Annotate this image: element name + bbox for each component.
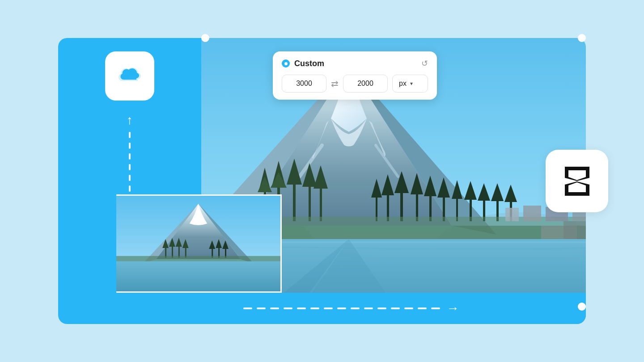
cloud-upload-icon: [114, 60, 145, 92]
svg-rect-13: [293, 183, 296, 221]
svg-rect-61: [178, 246, 180, 258]
unit-selector[interactable]: px ▾: [392, 75, 428, 93]
corner-dot-top-left: [201, 34, 209, 42]
cloud-upload-icon-box[interactable]: [105, 51, 154, 101]
svg-rect-72: [116, 261, 280, 291]
svg-rect-59: [172, 246, 173, 258]
reset-icon[interactable]: ↺: [421, 59, 428, 68]
svg-rect-52: [564, 221, 586, 239]
chevron-down-icon: ▾: [410, 80, 413, 87]
custom-label-row: Custom: [282, 59, 324, 68]
main-container: ↑: [58, 38, 586, 324]
capcut-icon-simple: [558, 162, 596, 200]
custom-panel-inputs: ⇄ px ▾: [282, 75, 428, 93]
arrow-right-icon: →: [447, 301, 459, 316]
svg-rect-44: [523, 206, 541, 221]
svg-rect-17: [320, 188, 322, 221]
height-input[interactable]: [343, 75, 388, 93]
custom-resize-panel: Custom ↺ ⇄ px ▾: [273, 51, 437, 100]
arrow-up-icon: ↑: [127, 114, 133, 126]
corner-dot-top-right: [578, 34, 586, 42]
svg-rect-43: [505, 208, 519, 221]
custom-panel-header: Custom ↺: [282, 59, 428, 68]
image-thumbnail: [116, 194, 282, 293]
custom-label: Custom: [294, 59, 324, 68]
dashed-line-horizontal: [243, 307, 440, 309]
corner-dot-bottom-right: [578, 303, 586, 311]
capcut-logo-box: [546, 150, 608, 212]
width-input[interactable]: [282, 75, 326, 93]
bottom-arrow-bar: →: [116, 293, 586, 324]
unit-value: px: [399, 80, 407, 88]
custom-radio-button[interactable]: [282, 59, 290, 67]
svg-rect-15: [309, 185, 311, 221]
dimension-separator-icon: ⇄: [331, 78, 339, 89]
